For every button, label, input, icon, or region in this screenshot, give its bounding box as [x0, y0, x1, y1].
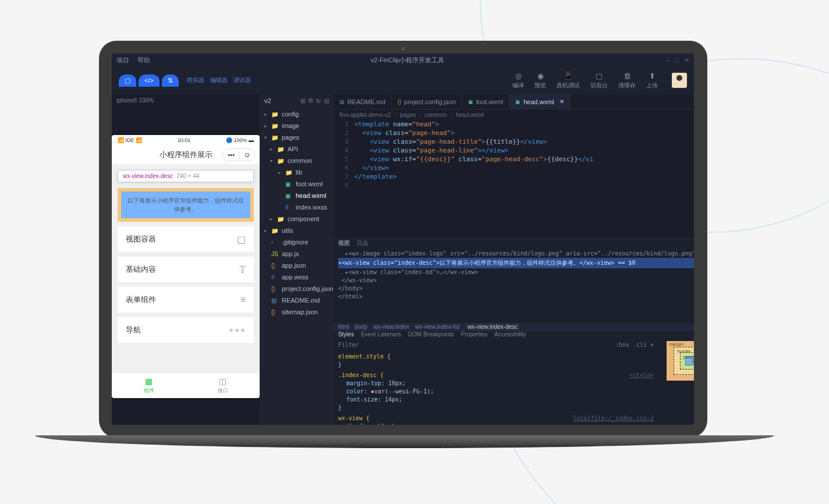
styles-tab-styles[interactable]: Styles [338, 331, 354, 338]
dom-crumb-segment[interactable]: wx-view.index-hd [415, 324, 459, 330]
mode-debugger-button[interactable]: ⇅ [162, 74, 179, 87]
mode-simulator-button[interactable]: ▢ [119, 74, 136, 87]
devtools-panel: 视图 日志 ▸<wx-image class="index-logo" src=… [334, 239, 694, 425]
mode-simulator-label: 模拟器 [187, 76, 204, 84]
tree-item-project-config-json[interactable]: {}project.config.json [260, 283, 334, 294]
tree-item-index-wxss[interactable]: #index.wxss [260, 201, 334, 213]
breadcrumb-segment[interactable]: head.wxml [456, 112, 484, 118]
style-hov-toggle[interactable]: :hov .cls + [615, 341, 654, 349]
grid-icon: ▢ [237, 234, 246, 245]
tree-item-component[interactable]: ▸📁component [260, 213, 334, 225]
style-filter-input[interactable]: Filter [338, 341, 359, 349]
toolbar-clear[interactable]: 🗑清缓存 [618, 72, 636, 90]
tree-item--gitignore[interactable]: ▫.gitignore [260, 236, 334, 248]
window-min-icon[interactable]: – [665, 56, 671, 64]
tree-item-README-md[interactable]: ▤README.md [260, 294, 334, 306]
editor-tab-head-wxml[interactable]: ▣head.wxml✕ [509, 94, 571, 109]
editor-tab-README-md[interactable]: ▤README.md [334, 94, 392, 109]
menu-nav[interactable]: 导航∘∘∘ [118, 317, 254, 343]
app-title: 小程序组件展示 [160, 150, 212, 160]
devtools-tab-view[interactable]: 视图 [338, 239, 350, 247]
dom-crumb-segment[interactable]: html [338, 324, 349, 330]
styles-tab-accessibility[interactable]: Accessibility [494, 331, 526, 338]
dom-breadcrumb: htmlbodywx-view.indexwx-view.index-hdwx-… [334, 323, 694, 331]
capsule-button[interactable]: ••• ⊙ [222, 148, 255, 161]
tree-item-common[interactable]: ▾📁common [260, 155, 334, 166]
tree-item-pages[interactable]: ▾📁pages [260, 132, 334, 143]
tab-close-icon[interactable]: ✕ [559, 98, 564, 105]
toolbar-compile[interactable]: ◎编译 [512, 72, 524, 90]
laptop-frame: 项目 帮助 v2-FinClip小程序开发工具 – □ ✕ ▢ </> ⇅ 模拟… [99, 41, 716, 460]
api-icon: ◫ [219, 377, 226, 386]
inspector-tooltip: wx-view.index-desc 240 × 44 [118, 170, 254, 182]
menu-view-container[interactable]: 视图容器▢ [118, 226, 254, 252]
explorer-root[interactable]: v2 [264, 97, 271, 104]
tree-item-app-json[interactable]: {}app.json [260, 260, 334, 271]
webcam-dot [402, 47, 405, 51]
dom-selected-node[interactable]: ▾<wx-view class="index-desc">以下将展示小程序官方组… [338, 258, 694, 268]
tree-item-API[interactable]: ▸📁API [260, 143, 334, 155]
toolbar-background[interactable]: ▢切后台 [590, 72, 608, 90]
status-signal: 📶 IDE 📶 [118, 137, 142, 143]
tree-item-sitemap-json[interactable]: {}sitemap.json [260, 306, 334, 318]
tree-item-head-wxml[interactable]: ▣head.wxml [260, 190, 334, 201]
tree-item-config[interactable]: ▸📁config [260, 108, 334, 120]
window-title: v2-FinClip小程序开发工具 [158, 56, 657, 65]
tabbar-components[interactable]: ▦组件 [112, 373, 186, 398]
mode-editor-button[interactable]: </> [139, 74, 160, 87]
capsule-close-icon[interactable]: ⊙ [240, 151, 254, 159]
breadcrumb-segment[interactable]: fino-applet-demo-v2 [339, 112, 391, 118]
menu-basic-content[interactable]: 基础内容𝕋 [118, 257, 254, 282]
breadcrumb: fino-applet-demo-v2›pages›common›head.wx… [334, 109, 694, 120]
menu-help[interactable]: 帮助 [137, 56, 150, 65]
refresh-icon[interactable]: ↻ [316, 98, 321, 104]
dom-crumb-segment[interactable]: wx-view.index-desc [465, 323, 520, 331]
toolbar: ▢ </> ⇅ 模拟器 编辑器 调试器 ◎编译 ◉预览 📱真机调试 ▢切后台 🗑… [112, 66, 694, 94]
capsule-menu-icon[interactable]: ••• [223, 151, 239, 158]
editor-tab-project-config-json[interactable]: {}project.config.json [392, 94, 462, 109]
new-file-icon[interactable]: ⊞ [300, 98, 305, 104]
text-icon: 𝕋 [239, 264, 246, 275]
tree-item-app-wxss[interactable]: #app.wxss [260, 271, 334, 283]
highlight-element[interactable]: 以下将展示小程序官方组件能力，组件样式仅供参考。 [118, 188, 254, 222]
toolbar-upload[interactable]: ⬆上传 [646, 72, 658, 90]
breadcrumb-segment[interactable]: common [425, 112, 447, 118]
status-battery: 🔵 100% ▬ [226, 137, 254, 143]
dom-crumb-segment[interactable]: wx-view.index [373, 324, 409, 330]
toolbar-preview[interactable]: ◉预览 [534, 72, 546, 90]
collapse-icon[interactable]: ⊟ [324, 98, 329, 104]
tree-item-utils[interactable]: ▸📁utils [260, 225, 334, 236]
new-folder-icon[interactable]: ⧉ [309, 97, 313, 104]
toolbar-remote[interactable]: 📱真机调试 [557, 72, 580, 90]
styles-tab-event-listeners[interactable]: Event Listeners [361, 331, 401, 338]
tree-item-lib[interactable]: ▸📁lib [260, 166, 334, 178]
user-avatar[interactable] [672, 73, 687, 88]
devtools-tab-log[interactable]: 日志 [357, 239, 369, 247]
menu-project[interactable]: 项目 [116, 56, 129, 65]
menubar: 项目 帮助 v2-FinClip小程序开发工具 – □ ✕ [112, 54, 694, 66]
mode-editor-label: 编辑器 [210, 76, 228, 84]
mode-debugger-label: 调试器 [233, 76, 251, 84]
dom-tree[interactable]: ▸<wx-image class="index-logo" src="../re… [334, 247, 694, 323]
styles-tab-properties[interactable]: Properties [461, 331, 488, 338]
editor-tab-foot-wxml[interactable]: ▣foot.wxml [462, 94, 509, 109]
tree-item-foot-wxml[interactable]: ▣foot.wxml [260, 178, 334, 190]
code-area[interactable]: <template name="head"> <view class="page… [355, 120, 694, 239]
window-max-icon[interactable]: □ [674, 56, 680, 64]
list-icon: ≡ [240, 294, 246, 305]
component-icon: ▦ [145, 377, 153, 386]
style-rules[interactable]: Filter :hov .cls + element.style { } .in… [334, 338, 658, 425]
phone-preview: 📶 IDE 📶 10:01 🔵 100% ▬ 小程序组件展示 ••• ⊙ wx-… [112, 135, 260, 398]
tree-item-app-js[interactable]: JSapp.js [260, 248, 334, 260]
styles-tab-dom-breakpoints[interactable]: DOM Breakpoints [408, 331, 454, 338]
simulator-device-label[interactable]: iphone6 100% [116, 97, 154, 104]
menu-form[interactable]: 表单组件≡ [118, 287, 254, 313]
tabbar-api[interactable]: ◫接口 [186, 373, 260, 398]
file-explorer: v2 ⊞ ⧉ ↻ ⊟ ▸📁config▸📁image▾📁pages▸📁API▾📁… [260, 94, 334, 425]
window-close-icon[interactable]: ✕ [683, 56, 689, 64]
tree-item-image[interactable]: ▸📁image [260, 120, 334, 132]
ide-window: 项目 帮助 v2-FinClip小程序开发工具 – □ ✕ ▢ </> ⇅ 模拟… [112, 54, 694, 425]
dom-crumb-segment[interactable]: body [355, 324, 368, 330]
simulator-panel: iphone6 100% 📶 IDE 📶 10:01 🔵 100% ▬ 小程序组… [112, 94, 260, 425]
breadcrumb-segment[interactable]: pages [400, 112, 416, 118]
